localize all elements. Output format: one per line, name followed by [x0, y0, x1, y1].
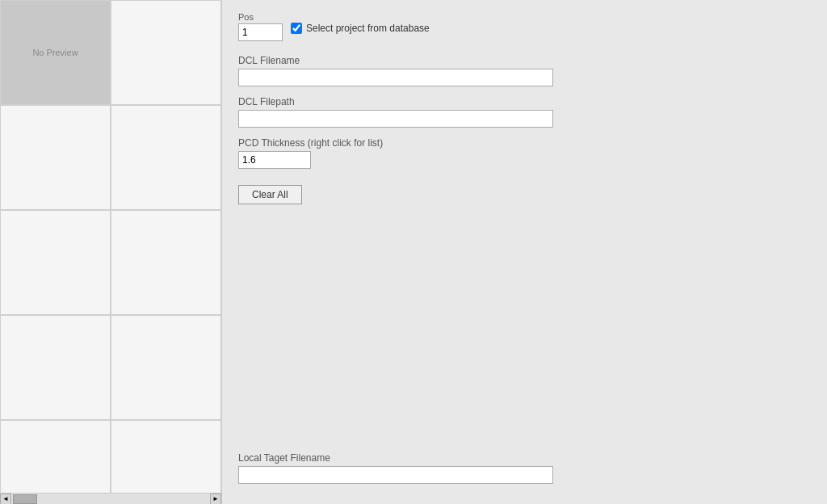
dcl-filepath-input[interactable]: [238, 110, 553, 128]
thumbnail-cell-empty[interactable]: [111, 105, 221, 210]
local-target-group: Local Taget Filename: [238, 452, 811, 484]
thumbnail-scroll-container: No Preview: [0, 0, 221, 493]
dcl-filepath-label: DCL Filepath: [238, 96, 811, 107]
pos-input[interactable]: [238, 23, 283, 41]
left-panel: No Preview ◄ ►: [0, 0, 222, 504]
dcl-filename-input[interactable]: [238, 69, 553, 86]
spacer: [238, 220, 811, 452]
thumbnail-cell-empty[interactable]: [0, 420, 111, 493]
thumbnail-cell-empty[interactable]: [0, 210, 111, 315]
no-preview-text: No Preview: [32, 48, 78, 57]
pos-row: Pos Select project from database: [238, 12, 811, 41]
scroll-left-arrow[interactable]: ◄: [0, 494, 11, 505]
local-target-label: Local Taget Filename: [238, 452, 811, 464]
thumbnail-cell-empty[interactable]: [111, 420, 221, 493]
thumbnail-cell-empty[interactable]: [0, 315, 111, 420]
pos-group: Pos: [238, 12, 283, 41]
thumbnail-cell-empty[interactable]: [0, 105, 111, 210]
checkbox-row: Select project from database: [291, 23, 430, 34]
right-panel: Pos Select project from database DCL Fil…: [222, 0, 827, 504]
dcl-filename-group: DCL Filename: [238, 55, 811, 86]
pcd-thickness-group: PCD Thickness (right click for list): [238, 137, 811, 169]
dcl-filepath-group: DCL Filepath: [238, 96, 811, 128]
thumbnail-cell-empty[interactable]: [111, 0, 221, 105]
thumbnail-cell-empty[interactable]: [111, 210, 221, 315]
thumbnail-grid[interactable]: No Preview: [0, 0, 221, 493]
horizontal-scrollbar[interactable]: ◄ ►: [0, 493, 221, 504]
bottom-section: Local Taget Filename: [238, 452, 811, 492]
horizontal-scroll-thumb[interactable]: [13, 494, 37, 504]
select-project-label: Select project from database: [306, 23, 430, 34]
dcl-filename-label: DCL Filename: [238, 55, 811, 66]
thumbnail-cell-empty[interactable]: [111, 315, 221, 420]
select-project-checkbox[interactable]: [291, 23, 302, 34]
scroll-right-arrow[interactable]: ►: [210, 494, 221, 505]
pos-label: Pos: [238, 12, 283, 22]
local-target-input[interactable]: [238, 466, 553, 484]
clear-all-button[interactable]: Clear All: [238, 185, 302, 204]
pcd-thickness-input[interactable]: [238, 151, 311, 169]
pcd-thickness-label: PCD Thickness (right click for list): [238, 137, 811, 149]
form-section: Pos Select project from database DCL Fil…: [238, 12, 811, 169]
clear-all-section: Clear All: [238, 185, 811, 204]
thumbnail-cell-preview[interactable]: No Preview: [0, 0, 111, 105]
